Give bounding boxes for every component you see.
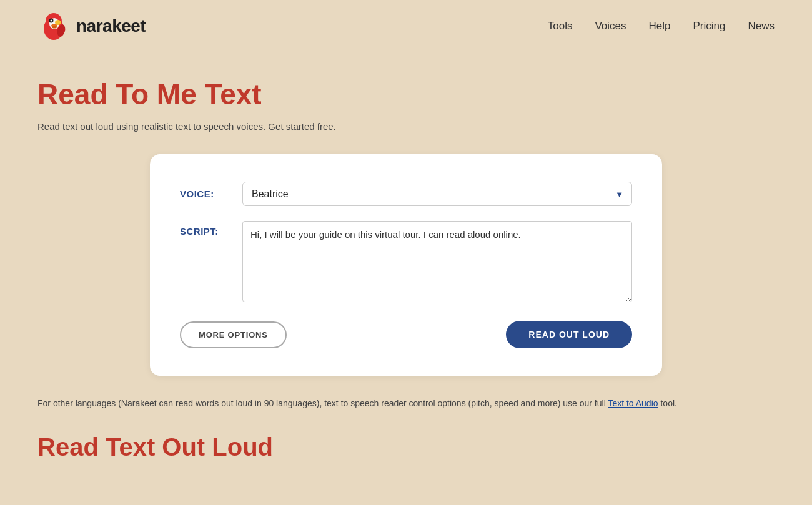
voice-row: VOICE: Beatrice Alice Bob ▼ (180, 182, 632, 206)
more-options-button[interactable]: MORE OPTIONS (180, 321, 287, 348)
tts-card: VOICE: Beatrice Alice Bob ▼ SCRIPT: Hi, … (150, 154, 662, 376)
voice-select-wrapper: Beatrice Alice Bob ▼ (242, 182, 632, 206)
logo-icon (37, 10, 70, 42)
nav-tools[interactable]: Tools (548, 20, 573, 32)
footer-text-before: For other languages (Narakeet can read w… (37, 398, 608, 408)
nav-voices[interactable]: Voices (595, 20, 626, 32)
voice-select[interactable]: Beatrice Alice Bob (242, 182, 632, 206)
nav-pricing[interactable]: Pricing (693, 20, 726, 32)
text-to-audio-link[interactable]: Text to Audio (608, 398, 658, 408)
nav-help[interactable]: Help (649, 20, 671, 32)
page-title: Read To Me Text (37, 77, 775, 111)
script-label: SCRIPT: (180, 221, 242, 237)
svg-point-7 (51, 20, 52, 22)
voice-label: VOICE: (180, 189, 242, 199)
script-textarea[interactable]: Hi, I will be your guide on this virtual… (242, 221, 632, 302)
logo-text: narakeet (76, 16, 146, 36)
svg-point-8 (55, 20, 61, 25)
site-header: narakeet Tools Voices Help Pricing News (0, 0, 812, 52)
main-nav: Tools Voices Help Pricing News (548, 20, 775, 32)
read-out-loud-button[interactable]: READ OUT LOUD (506, 321, 632, 348)
section2-title: Read Text Out Loud (37, 433, 775, 461)
svg-point-5 (52, 26, 57, 29)
footer-text: For other languages (Narakeet can read w… (37, 398, 725, 408)
page-subtitle: Read text out loud using realistic text … (37, 121, 775, 132)
main-content: Read To Me Text Read text out loud using… (0, 52, 812, 486)
button-row: MORE OPTIONS READ OUT LOUD (180, 321, 632, 348)
nav-news[interactable]: News (748, 20, 775, 32)
logo[interactable]: narakeet (37, 10, 146, 42)
footer-text-after: tool. (658, 398, 677, 408)
script-row: SCRIPT: Hi, I will be your guide on this… (180, 221, 632, 302)
